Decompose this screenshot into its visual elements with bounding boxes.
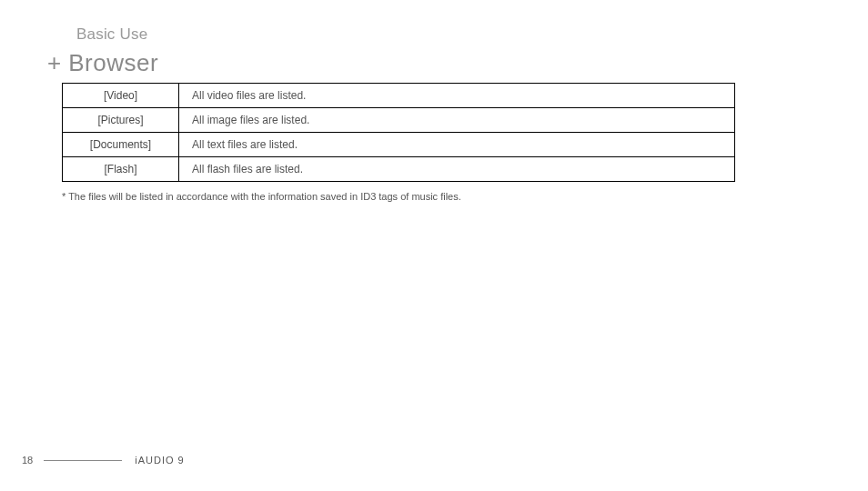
page: Basic Use + Browser [Video] All video fi… (0, 0, 868, 491)
footer: 18 iAUDIO 9 (22, 455, 846, 466)
footer-label: iAUDIO 9 (135, 455, 184, 466)
section-label: Basic Use (76, 25, 868, 44)
category-cell: [Video] (63, 84, 179, 108)
category-cell: [Flash] (63, 157, 179, 182)
description-cell: All text files are listed. (179, 133, 735, 157)
category-cell: [Documents] (63, 133, 179, 157)
description-cell: All flash files are listed. (179, 157, 735, 182)
table-row: [Video] All video files are listed. (63, 84, 735, 108)
table-row: [Documents] All text files are listed. (63, 133, 735, 157)
page-number: 18 (22, 455, 33, 466)
footer-line (44, 460, 122, 461)
category-cell: [Pictures] (63, 108, 179, 133)
plus-icon: + (47, 49, 61, 77)
table-row: [Pictures] All image files are listed. (63, 108, 735, 133)
page-title: Browser (68, 49, 158, 77)
browser-table: [Video] All video files are listed. [Pic… (62, 83, 735, 182)
description-cell: All video files are listed. (179, 84, 735, 108)
table-row: [Flash] All flash files are listed. (63, 157, 735, 182)
footnote: * The files will be listed in accordance… (62, 191, 868, 202)
title-row: + Browser (47, 49, 868, 77)
description-cell: All image files are listed. (179, 108, 735, 133)
